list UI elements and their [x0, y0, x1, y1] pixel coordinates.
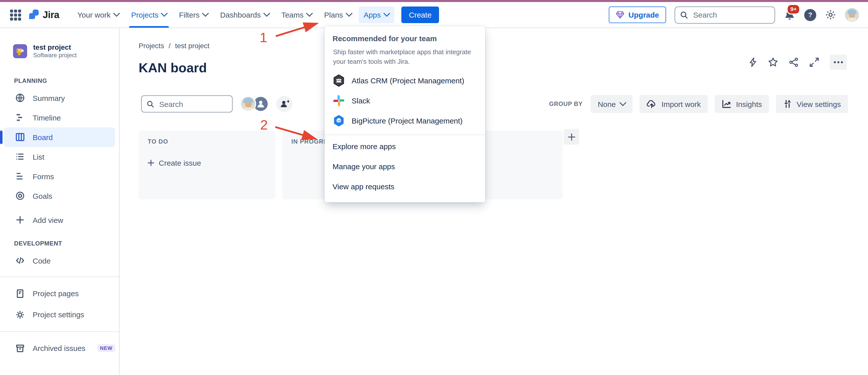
bigpicture-icon [333, 114, 345, 127]
breadcrumb-current-project-link[interactable]: test project [175, 42, 210, 50]
breadcrumb-projects-link[interactable]: Projects [138, 42, 164, 50]
project-avatar-icon [13, 44, 27, 58]
nav-item-plans[interactable]: Plans [319, 6, 356, 23]
board-header-actions [748, 55, 847, 70]
more-options-button[interactable] [830, 55, 847, 70]
list-icon [15, 152, 25, 162]
notifications-button[interactable]: 9+ [784, 9, 796, 21]
nav-item-filters[interactable]: Filters [174, 6, 213, 23]
apps-menu-item-atlas-crm[interactable]: Atlas CRM (Project Management) [324, 70, 485, 90]
window-top-strip [0, 0, 868, 2]
share-icon[interactable] [788, 57, 799, 67]
ellipsis-icon [834, 61, 843, 63]
board-search-input[interactable] [158, 99, 227, 109]
nav-item-teams[interactable]: Teams [276, 6, 317, 23]
nav-item-your-work[interactable]: Your work [72, 6, 124, 23]
gem-icon [616, 11, 624, 19]
chevron-down-icon [345, 10, 352, 17]
new-badge: NEW [97, 345, 115, 352]
sidebar-item-project-settings[interactable]: Project settings [0, 304, 119, 325]
chevron-down-icon [619, 99, 626, 106]
global-search[interactable] [675, 6, 775, 23]
archive-box-icon [15, 343, 25, 353]
active-tab-indicator [129, 26, 169, 28]
global-search-input[interactable] [692, 10, 770, 20]
sidebar-item-code[interactable]: Code [0, 251, 119, 271]
board-columns-icon [15, 132, 25, 142]
board-search[interactable] [141, 95, 232, 112]
board-main-area: Projects / test project KAN board [120, 28, 868, 375]
sidebar-item-project-pages[interactable]: Project pages [0, 283, 119, 304]
insights-button[interactable]: Insights [715, 95, 769, 113]
create-button[interactable]: Create [401, 6, 439, 23]
project-header[interactable]: test project Software project [0, 43, 119, 59]
favorite-star-icon[interactable] [768, 57, 778, 67]
help-button[interactable]: ? [804, 9, 816, 21]
apps-dropdown-menu: Recommended for your team Ship faster wi… [324, 26, 485, 202]
document-icon [15, 288, 25, 299]
sliders-icon [783, 99, 792, 108]
apps-menu-view-app-requests[interactable]: View app requests [324, 176, 485, 196]
sidebar-item-list[interactable]: List [0, 147, 119, 167]
view-settings-button[interactable]: View settings [776, 95, 848, 113]
nav-item-apps[interactable]: Apps [359, 6, 394, 23]
apps-menu-item-bigpicture[interactable]: BigPicture (Project Management) [324, 110, 485, 131]
apps-menu-item-slack[interactable]: Slack [324, 90, 485, 110]
plus-icon [147, 159, 155, 167]
globe-icon [15, 93, 25, 103]
add-people-button[interactable] [276, 96, 292, 112]
nav-menu: Your work Projects Filters Dashboards Te… [72, 6, 439, 23]
slack-icon [333, 94, 345, 107]
sidebar-item-goals[interactable]: Goals [0, 186, 119, 206]
question-mark-icon: ? [808, 11, 812, 19]
page-title: KAN board [138, 60, 207, 76]
chevron-down-icon [161, 10, 168, 17]
sidebar-item-summary[interactable]: Summary [0, 88, 119, 108]
chevron-down-icon [263, 10, 270, 17]
forms-icon [15, 171, 25, 181]
cloud-upload-icon [647, 99, 657, 108]
column-header: TO DO [138, 131, 275, 145]
board-controls: GROUP BY None Import work Insights View … [549, 95, 848, 113]
section-title-development: DEVELOPMENT [14, 240, 119, 247]
automation-lightning-icon[interactable] [748, 57, 757, 67]
settings-gear-icon[interactable] [825, 9, 836, 21]
add-column-button[interactable] [564, 129, 579, 144]
jira-app-window: Jira Your work Projects Filters Dashboar… [0, 0, 868, 375]
plus-icon [567, 132, 576, 141]
navbar-right-cluster: Upgrade 9+ ? [609, 6, 859, 23]
user-avatar[interactable] [845, 8, 859, 22]
project-name: test project [33, 43, 76, 52]
upgrade-button[interactable]: Upgrade [609, 6, 666, 23]
plus-icon [15, 215, 25, 225]
sidebar-item-forms[interactable]: Forms [0, 167, 119, 186]
chevron-down-icon [383, 10, 390, 17]
person-add-icon [280, 99, 289, 108]
apps-menu-explore-more-apps[interactable]: Explore more apps [324, 136, 485, 156]
chevron-down-icon [202, 10, 209, 17]
import-work-button[interactable]: Import work [640, 95, 708, 113]
group-by-select[interactable]: None [591, 95, 632, 113]
apps-menu-manage-your-apps[interactable]: Manage your apps [324, 156, 485, 176]
active-item-indicator [0, 131, 2, 144]
gear-icon [15, 310, 25, 320]
nav-item-dashboards[interactable]: Dashboards [215, 6, 274, 23]
create-issue-button[interactable]: Create issue [147, 159, 275, 167]
person-icon [256, 99, 265, 108]
jira-logo[interactable]: Jira [28, 9, 59, 21]
add-view-button[interactable]: Add view [0, 210, 119, 230]
sidebar-item-archived-issues[interactable]: Archived issues NEW [0, 338, 119, 359]
app-switcher-icon[interactable] [10, 9, 21, 20]
sidebar-item-timeline[interactable]: Timeline [0, 108, 119, 128]
code-icon [15, 256, 25, 266]
sidebar-item-board[interactable]: Board [4, 128, 115, 147]
chevron-down-icon [113, 10, 120, 17]
nav-item-projects[interactable]: Projects [126, 6, 172, 23]
chart-insights-icon [722, 99, 732, 108]
top-navbar: Jira Your work Projects Filters Dashboar… [0, 2, 868, 28]
group-by-label: GROUP BY [549, 100, 583, 107]
project-sidebar: test project Software project PLANNING S… [0, 28, 120, 375]
fullscreen-expand-icon[interactable] [809, 57, 819, 67]
chevron-down-icon [306, 10, 313, 17]
member-avatar-photo[interactable] [240, 96, 256, 112]
